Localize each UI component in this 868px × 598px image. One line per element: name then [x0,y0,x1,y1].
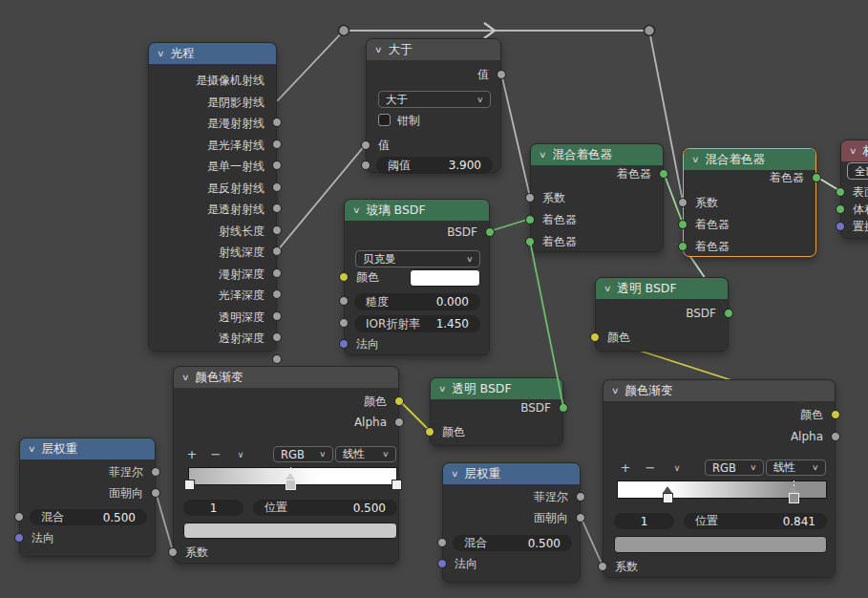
math-operation-select[interactable]: 大于 ∨ [378,91,491,108]
socket-glass-bsdf-out[interactable] [485,227,495,237]
glass-color-swatch[interactable] [410,269,480,287]
node-color-ramp-left[interactable]: ∨ 颜色渐变 颜色 Alpha + − ∨ RGB ∨ 线性 ∨ 1 位置 0.… [173,366,399,564]
remove-stop-button[interactable]: − [642,459,659,477]
socket-glass-color-in[interactable] [339,272,349,282]
ramp-interpolation-select[interactable]: 线性 ∨ [766,459,826,476]
socket-transparent-top-bsdf-out[interactable] [724,309,733,318]
socket-diffuse-depth[interactable] [272,311,282,321]
socket-is-singular-ray[interactable] [272,203,282,213]
node-material-output[interactable]: ∨ 材质输出 全部 表面 体积 置换 [840,139,868,239]
add-stop-button[interactable]: + [617,459,634,477]
socket-mix1-shader-b-in[interactable] [525,237,535,246]
socket-rampL-color-out[interactable] [394,396,404,406]
socket-mix2-shader-b-in[interactable] [678,242,688,251]
node-header[interactable]: ∨ 透明 BSDF [596,278,728,299]
collapse-icon[interactable]: ∨ [451,469,459,479]
socket-math-value-out[interactable] [497,70,506,79]
socket-mix2-shader-out[interactable] [812,173,821,182]
node-math-greater-than[interactable]: ∨ 大于 值 大于 ∨ 钳制 值 阈值 3.900 [366,38,501,173]
node-color-ramp-right[interactable]: ∨ 颜色渐变 颜色 Alpha + − ∨ RGB ∨ 线性 ∨ 1 位置 0.… [603,379,836,578]
collapse-icon[interactable]: ∨ [181,373,190,382]
blend-field[interactable]: 混合 0.500 [453,535,572,551]
remove-stop-button[interactable]: − [207,446,224,463]
socket-is-camera-ray[interactable] [272,117,282,127]
socket-is-glossy-ray[interactable] [272,182,282,192]
node-glass-bsdf[interactable]: ∨ 玻璃 BSDF BSDF 贝克曼 ∨ 颜色 糙度 0.000 IOR折射率 … [344,199,490,355]
stop-index-field[interactable]: 1 [614,513,674,529]
socket-ray-length[interactable] [272,268,282,278]
node-mix-shader-2[interactable]: ∨ 混合着色器 着色器 系数 着色器 着色器 [683,148,816,257]
collapse-icon[interactable]: ∨ [603,284,612,293]
socket-glossy-depth[interactable] [272,332,282,342]
collapse-icon[interactable]: ∨ [849,146,857,156]
node-header[interactable]: ∨ 材质输出 [841,140,868,161]
roughness-field[interactable]: 糙度 0.000 [354,293,480,310]
node-header[interactable]: ∨ 玻璃 BSDF [345,200,489,221]
socket-lwR-facing-out[interactable] [576,513,585,523]
socket-mix2-shader-a-in[interactable] [678,220,688,229]
ramp-mode-select[interactable]: RGB ∨ [705,459,764,476]
blend-field[interactable]: 混合 0.500 [30,509,147,525]
collapse-icon[interactable]: ∨ [374,45,383,54]
socket-output-surface-in[interactable] [836,187,845,197]
socket-rampR-fac-in[interactable] [598,562,607,571]
collapse-icon[interactable]: ∨ [611,386,620,395]
collapse-icon[interactable]: ∨ [157,49,165,58]
socket-glass-normal-in[interactable] [339,339,349,349]
socket-is-reflection-ray[interactable] [272,225,282,235]
socket-transparent-top-color-in[interactable] [590,332,600,342]
socket-mix1-fac-in[interactable] [525,193,535,203]
node-header[interactable]: ∨ 层权重 [443,463,580,484]
ramp-options-button[interactable]: ∨ [232,446,249,463]
socket-rampL-fac-in[interactable] [168,547,178,557]
collapse-icon[interactable]: ∨ [691,155,700,164]
node-header[interactable]: ∨ 颜色渐变 [174,367,398,388]
threshold-field[interactable]: 阈值 3.900 [376,157,493,174]
node-header[interactable]: ∨ 大于 [367,39,500,60]
socket-rampL-alpha-out[interactable] [394,417,404,427]
node-transparent-bsdf-mid[interactable]: ∨ 透明 BSDF BSDF 颜色 [430,377,563,446]
node-header[interactable]: ∨ 透明 BSDF [431,378,562,399]
socket-transparent-mid-bsdf-out[interactable] [559,403,568,413]
socket-is-shadow-ray[interactable] [272,139,282,149]
ramp-options-button[interactable]: ∨ [668,459,686,477]
node-header[interactable]: ∨ 混合着色器 [684,149,815,170]
socket-ray-depth[interactable] [272,289,282,299]
stop-color-swatch[interactable] [183,523,397,539]
reroute-node[interactable] [645,26,655,36]
socket-lwL-blend-in[interactable] [14,512,24,522]
collapse-icon[interactable]: ∨ [539,150,547,160]
node-light-path[interactable]: ∨ 光程 是摄像机射线 是阴影射线 是漫射射线 是光泽射线 是单一射线 是反射射… [148,42,277,352]
socket-lwL-normal-in[interactable] [14,533,24,543]
stop-color-swatch[interactable] [614,536,827,553]
node-header[interactable]: ∨ 光程 [149,43,276,64]
socket-transparent-mid-color-in[interactable] [425,427,434,437]
node-editor-canvas[interactable]: ∨ 光程 是摄像机射线 是阴影射线 是漫射射线 是光泽射线 是单一射线 是反射射… [0,0,868,598]
distribution-select[interactable]: 贝克曼 ∨ [355,250,480,267]
stop-position-field[interactable]: 位置 0.841 [684,513,827,529]
stop-index-field[interactable]: 1 [183,500,243,516]
socket-mix1-shader-out[interactable] [659,169,668,179]
output-target-select[interactable]: 全部 [847,162,868,180]
node-header[interactable]: ∨ 层权重 [20,438,155,459]
socket-math-threshold-in[interactable] [361,160,370,170]
node-mix-shader-1[interactable]: ∨ 混合着色器 着色器 系数 着色器 着色器 [530,143,664,252]
socket-lwR-blend-in[interactable] [437,538,447,547]
socket-lwR-normal-in[interactable] [437,559,447,568]
socket-glass-roughness-in[interactable] [339,296,349,306]
socket-output-displacement-in[interactable] [836,222,845,231]
collapse-icon[interactable]: ∨ [352,205,361,215]
add-stop-button[interactable]: + [183,446,201,463]
ramp-mode-select[interactable]: RGB ∨ [273,446,333,462]
socket-glass-ior-in[interactable] [339,318,349,328]
socket-lwL-facing-out[interactable] [151,488,160,498]
socket-output-volume-in[interactable] [836,204,845,214]
collapse-icon[interactable]: ∨ [438,384,447,394]
socket-rampR-alpha-out[interactable] [831,432,840,441]
socket-lwL-fresnel-out[interactable] [151,467,160,477]
socket-is-diffuse-ray[interactable] [272,160,282,170]
ramp-interpolation-select[interactable]: 线性 ∨ [335,446,396,462]
node-header[interactable]: ∨ 混合着色器 [531,144,663,165]
node-layer-weight-right[interactable]: ∨ 层权重 菲涅尔 面朝向 混合 0.500 法向 [442,462,581,583]
node-transparent-bsdf-top[interactable]: ∨ 透明 BSDF BSDF 颜色 [595,277,729,352]
